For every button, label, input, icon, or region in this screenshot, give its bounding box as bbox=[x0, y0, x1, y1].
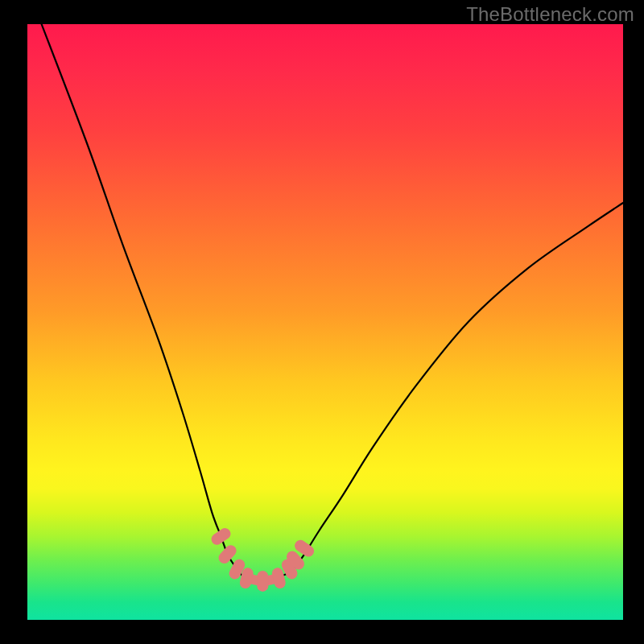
curve-left bbox=[39, 19, 248, 579]
chart-frame: TheBottleneck.com bbox=[0, 0, 644, 644]
curve-right bbox=[278, 203, 623, 578]
watermark-text: TheBottleneck.com bbox=[466, 3, 634, 26]
marker-node bbox=[257, 571, 268, 592]
marker-node bbox=[209, 526, 233, 547]
curves-group bbox=[39, 19, 623, 581]
highlight-markers bbox=[209, 526, 316, 592]
curve-layer bbox=[0, 0, 644, 644]
